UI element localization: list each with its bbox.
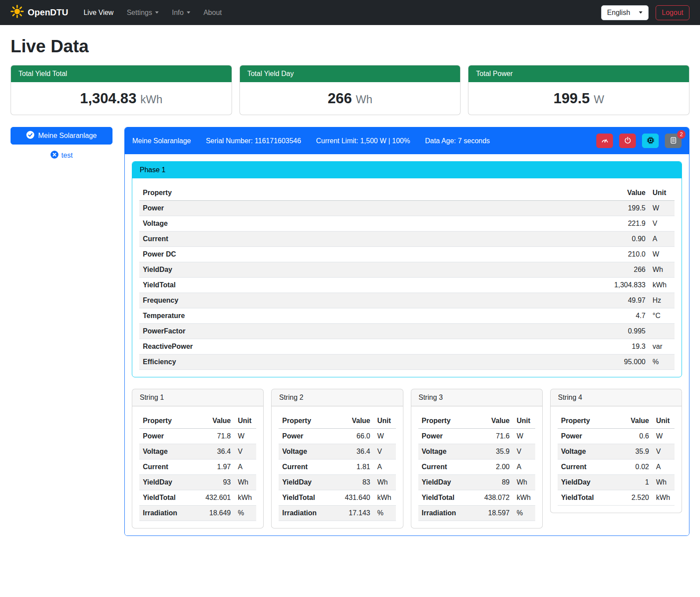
property-header: Property bbox=[139, 185, 600, 201]
card-value: 266 bbox=[328, 90, 352, 106]
brand-label: OpenDTU bbox=[28, 7, 68, 18]
property-cell: Power DC bbox=[139, 247, 600, 262]
unit-cell: V bbox=[649, 216, 675, 232]
unit-cell: % bbox=[234, 506, 256, 521]
event-count-badge: 2 bbox=[677, 130, 685, 139]
brand[interactable]: OpenDTU bbox=[11, 5, 68, 20]
nav-links: Live View Settings Info About bbox=[77, 5, 601, 20]
card-value: 1,304.83 bbox=[80, 90, 136, 106]
panel-actions: 2 bbox=[596, 134, 682, 148]
property-cell: YieldTotal bbox=[139, 490, 201, 506]
limit-settings-button[interactable] bbox=[596, 134, 613, 148]
unit-cell: var bbox=[649, 339, 675, 355]
inverter-item-test[interactable]: test bbox=[11, 151, 112, 160]
property-cell: Voltage bbox=[418, 444, 480, 460]
property-cell: YieldDay bbox=[279, 475, 340, 490]
caret-down-icon bbox=[155, 11, 159, 14]
event-log-button[interactable]: 2 bbox=[665, 134, 682, 148]
table-row: Power 71.6 W bbox=[418, 429, 535, 444]
value-cell: 17.143 bbox=[341, 506, 374, 521]
property-cell: Power bbox=[139, 429, 201, 444]
inverter-select-label: Meine Solaranlage bbox=[38, 132, 97, 140]
unit-header: Unit bbox=[513, 413, 535, 429]
value-cell: 210.0 bbox=[600, 247, 649, 262]
device-info-button[interactable] bbox=[642, 134, 659, 148]
power-icon bbox=[624, 137, 631, 145]
table-row: Temperature 4.7 °C bbox=[139, 308, 675, 324]
value-cell: 66.0 bbox=[341, 429, 374, 444]
string-2-card: String 2 Property Value Unit bbox=[271, 389, 403, 528]
property-cell: Frequency bbox=[139, 293, 600, 308]
table-row: YieldDay 93 Wh bbox=[139, 475, 256, 490]
nav-info[interactable]: Info bbox=[165, 5, 197, 20]
caret-down-icon bbox=[187, 11, 190, 14]
value-cell: 71.6 bbox=[480, 429, 513, 444]
value-cell: 83 bbox=[341, 475, 374, 490]
unit-cell: kWh bbox=[374, 490, 396, 506]
table-row: Irradiation 18.597 % bbox=[418, 506, 535, 521]
value-cell: 266 bbox=[600, 262, 649, 278]
value-cell: 93 bbox=[201, 475, 234, 490]
table-row: YieldTotal 1,304.833 kWh bbox=[139, 278, 675, 293]
power-settings-button[interactable] bbox=[619, 134, 636, 148]
property-cell: Power bbox=[558, 429, 619, 444]
cpu-icon bbox=[647, 137, 654, 145]
card-unit: kWh bbox=[141, 93, 163, 105]
nav-live-view[interactable]: Live View bbox=[77, 5, 120, 20]
table-row: Efficiency 95.000 % bbox=[139, 355, 675, 370]
property-cell: YieldTotal bbox=[418, 490, 480, 506]
string-4-card: String 4 Property Value Unit bbox=[550, 389, 682, 513]
table-row: YieldDay 1 Wh bbox=[558, 475, 675, 490]
string-card-title: String 4 bbox=[551, 389, 682, 406]
value-cell: 71.8 bbox=[201, 429, 234, 444]
table-row: Irradiation 18.649 % bbox=[139, 506, 256, 521]
value-cell: 18.649 bbox=[201, 506, 234, 521]
unit-cell: W bbox=[513, 429, 535, 444]
unit-cell: A bbox=[234, 460, 256, 475]
table-row: Power 66.0 W bbox=[279, 429, 395, 444]
property-header: Property bbox=[558, 413, 619, 429]
value-cell: 2.520 bbox=[619, 490, 653, 506]
property-cell: Current bbox=[139, 460, 201, 475]
property-cell: Temperature bbox=[139, 308, 600, 324]
unit-cell: A bbox=[513, 460, 535, 475]
table-row: Current 1.97 A bbox=[139, 460, 256, 475]
table-row: Power 71.8 W bbox=[139, 429, 256, 444]
nav-about[interactable]: About bbox=[197, 5, 228, 20]
card-title: Total Power bbox=[468, 65, 689, 82]
serial-number: Serial Number: 116171603546 bbox=[206, 137, 301, 145]
logout-button[interactable]: Logout bbox=[656, 5, 689, 20]
table-row: YieldDay 266 Wh bbox=[139, 262, 675, 278]
unit-cell: kWh bbox=[234, 490, 256, 506]
unit-header: Unit bbox=[653, 413, 675, 429]
property-cell: YieldTotal bbox=[558, 490, 619, 506]
value-cell: 49.97 bbox=[600, 293, 649, 308]
current-limit: Current Limit: 1,500 W | 100% bbox=[316, 137, 410, 145]
property-header: Property bbox=[418, 413, 480, 429]
value-cell: 438.072 bbox=[480, 490, 513, 506]
table-row: YieldTotal 432.601 kWh bbox=[139, 490, 256, 506]
table-row: Frequency 49.97 Hz bbox=[139, 293, 675, 308]
property-cell: Voltage bbox=[139, 444, 201, 460]
property-cell: YieldDay bbox=[139, 475, 201, 490]
property-cell: Current bbox=[279, 460, 340, 475]
table-header-row: Property Value Unit bbox=[279, 413, 395, 429]
unit-header: Unit bbox=[234, 413, 256, 429]
unit-cell: W bbox=[234, 429, 256, 444]
page-title: Live Data bbox=[11, 36, 689, 56]
unit-cell: Hz bbox=[649, 293, 675, 308]
property-cell: Power bbox=[139, 201, 600, 216]
inverter-select-button[interactable]: Meine Solaranlage bbox=[11, 127, 112, 145]
table-header-row: Property Value Unit bbox=[558, 413, 675, 429]
nav-settings[interactable]: Settings bbox=[120, 5, 165, 20]
value-cell: 18.597 bbox=[480, 506, 513, 521]
value-cell: 199.5 bbox=[600, 201, 649, 216]
table-row: YieldTotal 2.520 kWh bbox=[558, 490, 675, 506]
property-cell: YieldDay bbox=[418, 475, 480, 490]
unit-cell: °C bbox=[649, 308, 675, 324]
value-cell: 432.601 bbox=[201, 490, 234, 506]
language-select[interactable]: English bbox=[601, 5, 649, 20]
unit-cell: V bbox=[653, 444, 675, 460]
table-row: Voltage 36.4 V bbox=[279, 444, 395, 460]
string-1-card: String 1 Property Value Unit bbox=[132, 389, 264, 528]
